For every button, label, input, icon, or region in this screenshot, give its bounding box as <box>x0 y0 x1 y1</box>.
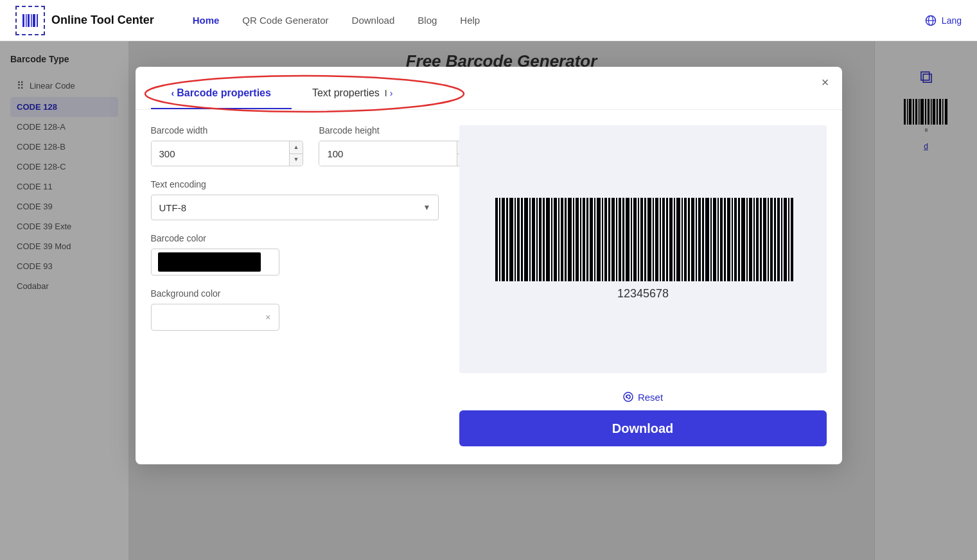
left-arrow-icon: ‹ <box>172 88 175 98</box>
nav-download[interactable]: Download <box>352 15 395 26</box>
svg-rect-75 <box>674 198 675 281</box>
tab-text-properties[interactable]: Text properties I › <box>292 78 414 109</box>
svg-rect-33 <box>521 198 523 281</box>
logo-text: Online Tool Center <box>51 13 154 27</box>
svg-rect-102 <box>770 198 773 281</box>
svg-rect-0 <box>22 14 24 27</box>
svg-rect-64 <box>633 198 637 281</box>
svg-point-110 <box>624 392 633 401</box>
svg-rect-83 <box>702 198 704 281</box>
svg-rect-104 <box>777 198 780 281</box>
svg-rect-59 <box>616 198 617 281</box>
height-input[interactable] <box>319 141 457 166</box>
svg-rect-54 <box>597 198 601 281</box>
encoding-group: Text encoding UTF-8 ▼ <box>151 179 439 220</box>
svg-rect-91 <box>732 198 733 281</box>
bg-color-group: Background color × <box>151 288 439 331</box>
modal-header: ‹ Barcode properties Text properties I ›… <box>136 67 842 110</box>
svg-rect-36 <box>532 198 535 281</box>
modal: ‹ Barcode properties Text properties I ›… <box>136 67 842 464</box>
svg-rect-30 <box>509 198 513 281</box>
svg-rect-105 <box>781 198 782 281</box>
cursor-icon: I <box>385 88 387 98</box>
svg-rect-35 <box>529 198 531 281</box>
width-input-wrapper: ▲ ▼ <box>151 141 304 166</box>
barcode-color-label: Barcode color <box>151 233 439 243</box>
svg-rect-44 <box>561 198 563 281</box>
svg-rect-98 <box>756 198 759 281</box>
svg-rect-89 <box>724 198 726 281</box>
nav-help[interactable]: Help <box>460 15 480 26</box>
svg-rect-28 <box>502 198 505 281</box>
svg-rect-46 <box>568 198 572 281</box>
svg-rect-73 <box>666 198 668 281</box>
right-arrow-icon: › <box>390 88 393 98</box>
navbar: Online Tool Center Home QR Code Generato… <box>0 0 977 41</box>
svg-rect-84 <box>705 198 709 281</box>
bg-color-swatch[interactable]: × <box>151 304 279 331</box>
svg-rect-92 <box>734 198 737 281</box>
bg-color-label: Background color <box>151 288 439 299</box>
nav-links: Home QR Code Generator Download Blog Hel… <box>193 15 480 26</box>
svg-rect-82 <box>698 198 701 281</box>
svg-rect-5 <box>37 14 38 27</box>
download-button[interactable]: Download <box>459 410 827 446</box>
width-arrows: ▲ ▼ <box>289 141 303 166</box>
height-group: Barcode height ▲ ▼ <box>319 125 471 166</box>
modal-overlay: ‹ Barcode properties Text properties I ›… <box>0 41 977 560</box>
encoding-select-wrapper: UTF-8 ▼ <box>151 195 439 220</box>
width-input[interactable] <box>152 141 289 166</box>
svg-rect-69 <box>653 198 654 281</box>
width-down-button[interactable]: ▼ <box>290 154 303 166</box>
width-up-button[interactable]: ▲ <box>290 141 303 154</box>
svg-rect-93 <box>738 198 740 281</box>
nav-qr[interactable]: QR Code Generator <box>242 15 328 26</box>
tab-barcode-properties[interactable]: ‹ Barcode properties <box>151 78 292 109</box>
svg-rect-77 <box>682 198 683 281</box>
reset-button[interactable]: Reset <box>622 391 663 403</box>
svg-rect-103 <box>774 198 776 281</box>
encoding-select[interactable]: UTF-8 <box>151 195 439 220</box>
width-label: Barcode width <box>151 125 304 136</box>
svg-rect-31 <box>515 198 516 281</box>
barcode-preview: 12345678 <box>459 125 827 373</box>
svg-rect-67 <box>644 198 646 281</box>
svg-rect-81 <box>696 198 697 281</box>
svg-rect-45 <box>565 198 567 281</box>
svg-rect-41 <box>551 198 552 281</box>
svg-rect-80 <box>691 198 694 281</box>
lang-selector[interactable]: Lang <box>925 15 962 26</box>
svg-rect-66 <box>640 198 643 281</box>
svg-rect-99 <box>760 198 762 281</box>
svg-text:12345678: 12345678 <box>617 287 668 300</box>
svg-rect-61 <box>622 198 624 281</box>
svg-rect-76 <box>676 198 680 281</box>
svg-rect-4 <box>33 14 35 27</box>
close-button[interactable]: × <box>822 76 829 89</box>
svg-rect-57 <box>608 198 610 281</box>
nav-blog[interactable]: Blog <box>418 15 437 26</box>
height-label: Barcode height <box>319 125 471 136</box>
svg-rect-51 <box>586 198 588 281</box>
svg-rect-58 <box>612 198 615 281</box>
barcode-svg: 12345678 <box>489 191 797 307</box>
tab-bar: ‹ Barcode properties Text properties I › <box>151 78 414 109</box>
clear-icon[interactable]: × <box>265 312 270 322</box>
svg-rect-43 <box>558 198 559 281</box>
nav-home[interactable]: Home <box>193 15 220 26</box>
svg-rect-63 <box>631 198 632 281</box>
svg-rect-26 <box>495 198 498 281</box>
svg-rect-62 <box>626 198 629 281</box>
svg-rect-74 <box>669 198 673 281</box>
svg-rect-96 <box>749 198 752 281</box>
svg-rect-79 <box>688 198 690 281</box>
width-group: Barcode width ▲ ▼ <box>151 125 304 166</box>
svg-rect-108 <box>791 198 793 281</box>
logo[interactable]: Online Tool Center <box>15 6 154 35</box>
modal-body: Barcode width ▲ ▼ Barcode height <box>136 110 842 464</box>
svg-rect-55 <box>602 198 603 281</box>
barcode-color-swatch[interactable] <box>151 249 279 276</box>
svg-rect-78 <box>684 198 687 281</box>
svg-rect-94 <box>741 198 745 281</box>
svg-rect-38 <box>539 198 541 281</box>
